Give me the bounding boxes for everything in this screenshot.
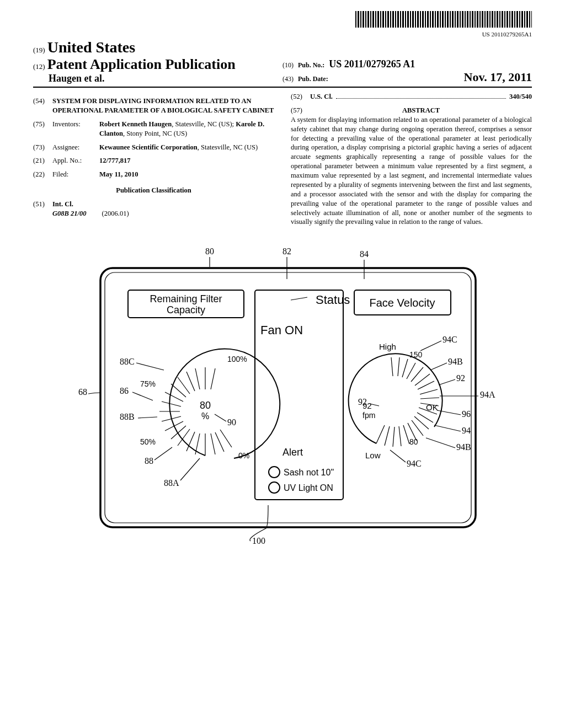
p3-ok: OK [426,403,438,412]
ref-88A: 88A [164,478,179,488]
svg-line-51 [411,367,423,382]
p1-50: 50% [140,437,156,446]
barcode-container: US 20110279265A1 [33,11,532,38]
svg-line-19 [165,421,183,431]
filed-value: May 11, 2010 [99,170,138,178]
ref-100: 100 [252,536,265,545]
ref-88: 88 [145,456,153,465]
ref-92-left: 92 [358,397,367,406]
ref-94: 94 [462,426,471,435]
appl-num: (21) [33,156,52,165]
panel2-sash: Sash not 10" [284,468,334,477]
svg-line-27 [195,368,200,389]
svg-line-13 [215,432,224,452]
uscl-dots [336,98,506,99]
panel1-title-1: Remaining Filter [150,293,222,304]
p3-fpm: fpm [363,411,375,420]
pub-type-prefix: (12) [33,62,45,71]
title-num: (54) [33,97,52,115]
svg-line-12 [211,433,215,454]
left-column: (54) SYSTEM FOR DISPLAYING INFORMATION R… [33,92,274,227]
abstract-body: A system for displaying information rela… [291,115,532,227]
svg-line-55 [391,357,393,376]
header-row: (19) United States (12) Patent Applicati… [33,39,532,88]
ref-94C-top: 94C [443,335,457,344]
svg-line-63 [426,438,455,448]
svg-line-47 [420,398,439,399]
p1-100: 100% [227,355,247,363]
abstract-num: (57) [291,106,310,115]
figure-area: .lbl { font-family: Arial, sans-serif; }… [33,240,532,549]
svg-line-39 [399,426,401,446]
filed-label: Filed: [52,170,99,179]
panel2-uv: UV Light ON [284,483,333,493]
p1-75: 75% [140,379,156,388]
country-prefix: (19) [33,46,45,54]
svg-line-29 [211,368,215,389]
ref-88C: 88C [120,357,135,366]
p3-150: 150 [409,350,423,359]
svg-line-33 [154,447,172,460]
ref-80-top: 80 [205,247,214,256]
svg-line-23 [165,392,183,402]
panel1-title-2: Capacity [167,304,205,315]
country: United States [47,39,135,56]
svg-line-26 [186,372,195,391]
ref-94C-bot: 94C [407,459,422,468]
assignee-value: Kewaunee Scientific Corporation, Statesv… [99,143,274,152]
svg-line-52 [407,363,415,379]
svg-line-15 [195,433,200,454]
p1-center2: % [201,411,209,421]
p3-high: High [379,342,396,351]
svg-line-50 [415,374,430,386]
pub-date-prefix: (43) [282,75,294,83]
svg-line-22 [162,402,181,406]
header-left: (19) United States (12) Patent Applicati… [33,39,282,84]
svg-line-16 [186,432,195,451]
abstract-label: ABSTRACT [402,106,440,114]
pub-date-label: Pub. Date: [298,75,328,83]
appl-label: Appl. No.: [52,156,99,165]
inventors-value: Robert Kenneth Haugen, Statesville, NC (… [99,120,274,138]
svg-line-30 [136,363,164,370]
pub-no-prefix: (10) [282,61,294,69]
p1-0: 0% [238,451,249,460]
panel2-fan: Fan ON [260,323,303,337]
barcode-bars [355,11,532,28]
pub-date: Nov. 17, 2011 [464,70,532,84]
svg-line-40 [403,425,409,444]
p1-center1: 80 [200,400,211,411]
right-column: (52) U.S. Cl. 340/540 (57) ABSTRACT A sy… [291,92,532,227]
svg-line-32 [138,417,157,418]
filed-num: (22) [33,170,52,179]
svg-line-58 [439,379,455,385]
svg-line-48 [420,389,438,394]
ref-68: 68 [78,387,87,397]
intcl-code: G08B 21/00 [52,210,86,217]
pub-type: Patent Application Publication [47,56,236,72]
pub-no: US 2011/0279265 A1 [329,58,415,70]
header-right: (10) Pub. No.: US 2011/0279265 A1 (43) P… [282,58,532,84]
author-name: Haugen et al. [49,73,282,84]
svg-line-35 [215,414,226,421]
svg-point-9 [269,482,280,493]
panel2-title: Status [316,293,350,307]
p3-80: 80 [409,437,418,446]
pub-no-label: Pub. No.: [298,61,324,69]
assignee-num: (73) [33,143,52,152]
svg-line-56 [420,341,441,351]
ref-94B-bot: 94B [456,442,471,452]
svg-line-64 [390,450,406,462]
svg-line-36 [376,425,385,443]
svg-point-8 [269,467,280,478]
svg-line-7 [291,297,307,300]
ref-92-right: 92 [456,373,465,383]
uscl-value: 340/540 [509,92,532,101]
ref-88B: 88B [120,412,135,421]
ref-90: 90 [227,417,236,427]
figure-svg: .lbl { font-family: Arial, sans-serif; }… [56,240,509,549]
ref-84: 84 [360,249,369,259]
invention-title: SYSTEM FOR DISPLAYING INFORMATION RELATE… [52,97,274,115]
intcl-label: Int. Cl. [52,200,73,208]
svg-line-53 [402,359,408,377]
